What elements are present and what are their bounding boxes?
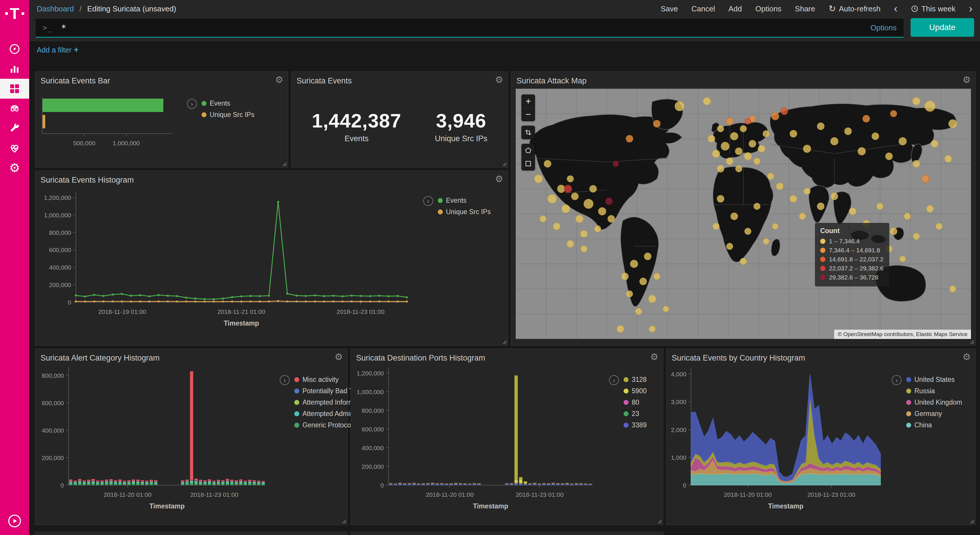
legend-item[interactable]: 23 <box>624 410 647 418</box>
svg-text:2018-11-20 01:00: 2018-11-20 01:00 <box>426 491 474 498</box>
zoom-out-button[interactable]: − <box>522 108 535 121</box>
svg-text:Timestamp: Timestamp <box>150 502 185 510</box>
update-button[interactable]: Update <box>911 18 974 37</box>
legend-expand-icon[interactable]: › <box>892 375 902 385</box>
sidebar-item-visualize[interactable] <box>0 59 29 79</box>
legend-dot <box>624 423 628 428</box>
legend-item[interactable]: 80 <box>624 398 647 406</box>
sidebar-item-monitoring[interactable] <box>0 138 29 158</box>
dashboard-grid: Suricata Events Bar ⚙ 500,0001,000,000 ›… <box>29 41 980 535</box>
resize-handle[interactable] <box>968 338 974 344</box>
auto-refresh-button[interactable]: ↻ Auto-refresh <box>829 4 881 13</box>
panel-title: Suricata Events by Country Histogram <box>672 353 805 363</box>
metric-label: Unique Src IPs <box>435 134 487 143</box>
auto-refresh-label: Auto-refresh <box>839 4 881 13</box>
partial-panel-1 <box>35 532 348 535</box>
resize-handle[interactable] <box>501 160 507 167</box>
add-filter-label: Add a filter <box>37 46 72 54</box>
query-options-link[interactable]: Options <box>870 23 897 32</box>
legend-expand-icon[interactable]: › <box>423 196 433 206</box>
sidebar-item-security[interactable] <box>0 99 29 118</box>
panel-settings-icon[interactable]: ⚙ <box>963 75 970 84</box>
sidebar-item-devtools[interactable] <box>0 118 29 138</box>
world-map[interactable] <box>515 89 971 339</box>
svg-text:1,000,000: 1,000,000 <box>357 389 384 395</box>
spy-mask-icon <box>9 103 21 115</box>
legend-item: 29,382.6 – 36,728 <box>820 274 883 281</box>
options-button[interactable]: Options <box>756 4 782 13</box>
resize-handle[interactable] <box>501 338 507 344</box>
svg-text:2018-11-20 01:00: 2018-11-20 01:00 <box>724 491 772 498</box>
breadcrumb-dashboard-link[interactable]: Dashboard <box>37 4 74 13</box>
metric-value: 1,442,387 <box>312 109 401 132</box>
legend-item[interactable]: Unique Src IPs <box>202 111 255 119</box>
legend-item[interactable]: Germany <box>906 410 962 418</box>
sidebar-item-dashboard[interactable] <box>0 79 29 99</box>
time-range-button[interactable]: This week <box>911 4 956 13</box>
metric-events: 1,442,387 Events <box>312 109 401 143</box>
by-country-chart: 01,0002,0003,0004,0002018-11-20 01:00201… <box>668 364 885 513</box>
legend-expand-icon[interactable]: › <box>280 375 290 385</box>
legend-item[interactable]: 3128 <box>624 376 647 384</box>
legend-dot <box>202 112 207 117</box>
share-button[interactable]: Share <box>795 4 815 13</box>
metric-label: Events <box>312 134 401 143</box>
panel-settings-icon[interactable]: ⚙ <box>963 352 970 361</box>
legend-item[interactable]: Russia <box>906 387 962 395</box>
sidebar-item-discover[interactable] <box>0 39 29 59</box>
legend-item[interactable]: China <box>906 421 962 429</box>
panel-settings-icon[interactable]: ⚙ <box>334 352 343 361</box>
top-nav: Save Cancel Add Options Share ↻ Auto-ref… <box>661 3 972 14</box>
resize-handle[interactable] <box>655 517 662 524</box>
refresh-icon: ↻ <box>829 4 836 13</box>
top-bar: Dashboard / Editing Suricata (unsaved) S… <box>29 0 980 18</box>
map-attribution[interactable]: © OpenStreetMap contributors, Elastic Ma… <box>834 330 971 339</box>
query-input[interactable]: >_ * Options <box>36 19 904 38</box>
panel-settings-icon[interactable]: ⚙ <box>275 75 283 84</box>
legend-dot <box>294 411 299 416</box>
legend-item[interactable]: United Kingdom <box>906 398 962 406</box>
cancel-button[interactable]: Cancel <box>692 4 715 13</box>
panel-settings-icon[interactable]: ⚙ <box>495 174 503 183</box>
add-filter-link[interactable]: Add a filter+ <box>37 46 78 54</box>
save-button[interactable]: Save <box>661 4 678 13</box>
legend-item[interactable]: 5900 <box>624 387 647 395</box>
fit-data-bounds-button[interactable] <box>522 126 535 139</box>
add-button[interactable]: Add <box>728 4 742 13</box>
svg-text:800,000: 800,000 <box>49 229 71 236</box>
panel-settings-icon[interactable]: ⚙ <box>650 352 658 361</box>
svg-text:2018-11-23 01:00: 2018-11-23 01:00 <box>190 491 238 498</box>
legend-expand-icon[interactable]: › <box>609 375 619 385</box>
legend-item[interactable]: Unique Src IPs <box>438 208 491 216</box>
sidebar-collapse-button[interactable] <box>8 514 22 529</box>
resize-handle[interactable] <box>968 517 974 524</box>
panel-suricata-events-bar: Suricata Events Bar ⚙ 500,0001,000,000 ›… <box>35 72 288 168</box>
svg-text:Timestamp: Timestamp <box>224 319 259 327</box>
sidebar-item-management[interactable]: ⚙ <box>0 158 29 178</box>
partial-panel-2 <box>351 532 663 535</box>
filter-bar: Add a filter+ <box>37 46 78 54</box>
time-forward-button[interactable]: › <box>969 3 972 14</box>
time-back-button[interactable]: ‹ <box>894 3 897 14</box>
legend-dot <box>906 389 911 393</box>
attack-map[interactable]: + − <box>515 89 971 339</box>
rectangle-select-button[interactable] <box>522 157 535 170</box>
telekom-logo[interactable]: T <box>5 5 24 22</box>
legend-label: 3389 <box>632 421 647 429</box>
metric-unique-src-ips: 3,946 Unique Src IPs <box>435 109 487 143</box>
svg-text:200,000: 200,000 <box>42 454 64 461</box>
resize-handle[interactable] <box>281 160 287 167</box>
svg-text:0: 0 <box>60 482 64 489</box>
clock-icon <box>911 5 918 13</box>
svg-text:200,000: 200,000 <box>49 282 71 288</box>
zoom-in-button[interactable]: + <box>522 95 535 108</box>
legend-label: Events <box>446 197 466 204</box>
legend-item[interactable]: 3389 <box>624 421 647 429</box>
legend-item[interactable]: United States <box>906 376 962 384</box>
legend-expand-icon[interactable]: › <box>187 99 197 109</box>
legend-item[interactable]: Events <box>438 197 491 204</box>
legend-label: 7,346.4 – 14,691.8 <box>829 247 880 254</box>
resize-handle[interactable] <box>340 517 347 524</box>
polygon-select-button[interactable] <box>522 144 535 157</box>
legend-item[interactable]: Events <box>202 99 255 107</box>
